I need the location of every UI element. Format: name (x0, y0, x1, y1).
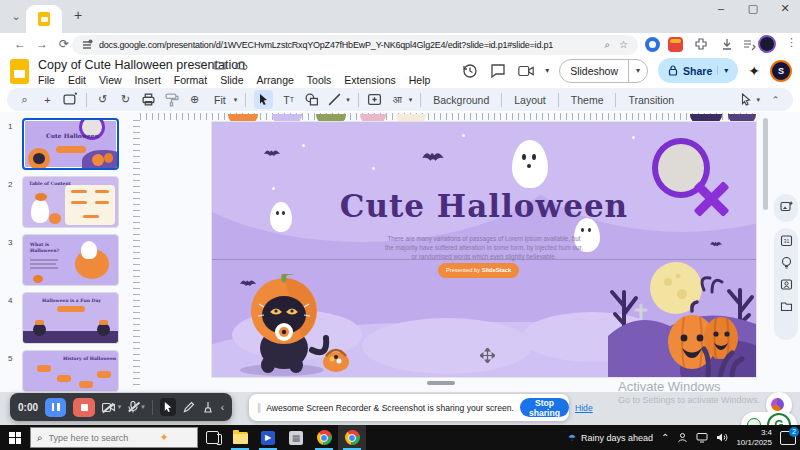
star-document-icon[interactable]: ☆ (196, 59, 205, 71)
collapse-recorder-icon[interactable]: ‹ (221, 402, 224, 413)
stop-sharing-button[interactable]: Stop sharing (520, 398, 569, 417)
forward-icon[interactable]: → (34, 36, 50, 52)
pen-tool-icon[interactable] (183, 401, 195, 413)
presented-by-badge[interactable]: Presented by SlideStack (438, 263, 519, 278)
menu-format[interactable]: Format (174, 74, 207, 86)
account-avatar[interactable]: S (770, 60, 792, 82)
share-label[interactable]: Share (683, 65, 712, 77)
camera-caret-icon[interactable]: ▾ (545, 66, 549, 75)
menu-extensions[interactable]: Extensions (344, 74, 395, 86)
layout-button[interactable]: Layout (510, 94, 550, 106)
menu-insert[interactable]: Insert (135, 74, 161, 86)
calendar-icon[interactable]: 31 (780, 234, 793, 247)
zoom-fit-select[interactable]: Fit (210, 94, 230, 106)
movies-app-button[interactable]: ▶ (254, 425, 282, 450)
canvas-scrollbar[interactable] (762, 116, 769, 384)
extensions-puzzle-icon[interactable] (694, 37, 708, 51)
reading-list-icon[interactable] (742, 37, 756, 51)
back-icon[interactable]: ← (12, 36, 28, 52)
pause-recording-button[interactable] (45, 398, 66, 417)
ghost-large[interactable] (512, 140, 548, 188)
taskbar-clock[interactable]: 3:4 10/1/2025 (736, 428, 772, 448)
slide-thumbnail-4[interactable]: Halloween is a Fun Day (22, 292, 119, 344)
download-icon[interactable] (720, 37, 734, 51)
tab-search-icon[interactable]: ⌄ (8, 8, 24, 24)
folder-panel-icon[interactable] (780, 300, 793, 313)
slide-thumbnail-3[interactable]: What is Halloween? (22, 234, 119, 286)
menu-view[interactable]: View (99, 74, 122, 86)
share-button[interactable]: Share ▾ (658, 58, 738, 83)
search-in-page-icon[interactable]: ⌕ (604, 39, 610, 51)
share-caret-icon[interactable]: ▾ (717, 66, 728, 75)
copilot-sparkle-icon[interactable]: ✦ (160, 431, 169, 444)
people-tray-icon[interactable] (677, 432, 688, 443)
collapse-toolbar-icon[interactable]: ⌃ (768, 92, 783, 107)
keep-notes-icon[interactable] (780, 256, 793, 269)
pointer-mode-caret-icon[interactable]: ▾ (756, 96, 760, 104)
line-caret-icon[interactable]: ▾ (346, 96, 350, 104)
slideshow-caret-icon[interactable]: ▾ (629, 66, 647, 75)
bookmark-star-icon[interactable]: ☆ (619, 39, 628, 51)
cloud-status-icon[interactable] (235, 59, 248, 71)
print-icon[interactable] (141, 92, 156, 107)
redo-icon[interactable]: ↻ (118, 92, 133, 107)
notification-center-button[interactable]: 2 (780, 431, 796, 445)
slide-body-text[interactable]: There are many variations of passages of… (384, 234, 584, 261)
window-close-button[interactable]: ✕ (776, 2, 794, 15)
zoom-icon[interactable]: ⊕ (187, 92, 202, 107)
shape-tool-icon[interactable] (304, 92, 319, 107)
start-button[interactable] (0, 432, 30, 444)
new-tab-button[interactable]: + (70, 8, 86, 24)
network-icon[interactable] (696, 432, 708, 443)
paint-format-icon[interactable] (164, 92, 179, 107)
volume-icon[interactable] (716, 432, 728, 443)
select-tool-button[interactable] (254, 90, 273, 109)
menu-tools[interactable]: Tools (307, 74, 332, 86)
window-maximize-button[interactable]: ▢ (744, 2, 762, 15)
gemini-sparkle-icon[interactable]: ✦ (748, 63, 760, 79)
browser-menu-icon[interactable]: ⋮ (786, 36, 797, 49)
camera-caret-icon[interactable]: ▾ (118, 403, 122, 411)
brush-tool-icon[interactable] (202, 401, 214, 413)
extension-red-icon[interactable] (668, 37, 683, 52)
window-minimize-button[interactable]: – (712, 2, 730, 15)
slide-thumbnail-2[interactable]: Table of Content (22, 176, 119, 228)
add-slide-icon[interactable]: + (40, 92, 55, 107)
background-button[interactable]: Background (429, 94, 493, 106)
comments-icon[interactable] (489, 62, 507, 80)
meet-camera-icon[interactable] (517, 62, 535, 80)
transition-button[interactable]: Transition (624, 94, 678, 106)
mic-caret-icon[interactable]: ▾ (141, 403, 145, 411)
cursor-tool-button[interactable] (160, 398, 176, 416)
fit-caret-icon[interactable]: ▾ (234, 96, 238, 104)
chrome-button[interactable] (310, 425, 338, 450)
drag-grip-icon[interactable]: || (257, 402, 260, 413)
slide-canvas[interactable]: Cute Halloween There are many variations… (212, 122, 756, 377)
move-folder-icon[interactable] (214, 59, 226, 71)
reload-icon[interactable]: ⟳ (56, 36, 72, 52)
file-explorer-button[interactable] (226, 425, 254, 450)
url-bar[interactable]: docs.google.com/presentation/d/1WVECHvmL… (72, 35, 638, 55)
menu-help[interactable]: Help (409, 74, 431, 86)
slideshow-label[interactable]: Slideshow (560, 60, 629, 82)
stop-recording-button[interactable] (73, 398, 94, 417)
theme-button[interactable]: Theme (567, 94, 608, 106)
line-tool-icon[interactable] (327, 92, 342, 107)
new-slide-layout-icon[interactable] (63, 92, 78, 107)
image-sparkle-icon[interactable] (780, 200, 793, 213)
chrome-active-button[interactable] (338, 425, 366, 450)
contacts-icon[interactable] (780, 278, 793, 291)
taskbar-search[interactable]: ⌕ ✦ (30, 427, 198, 448)
version-history-icon[interactable] (461, 62, 479, 80)
task-view-button[interactable] (198, 425, 226, 450)
gray-app-button[interactable]: ▦ (282, 425, 310, 450)
extension-blue-icon[interactable] (645, 37, 660, 52)
slide-thumbnail-5[interactable]: History of Halloween (22, 350, 119, 392)
hide-banner-link[interactable]: Hide (575, 403, 593, 413)
search-menus-icon[interactable]: ⌕ (17, 92, 32, 107)
menu-slide[interactable]: Slide (220, 74, 243, 86)
tray-expand-icon[interactable]: ⌃ (661, 432, 669, 443)
browser-profile-avatar[interactable] (758, 35, 776, 53)
insert-image-icon[interactable] (367, 92, 382, 107)
search-input[interactable] (49, 433, 154, 443)
